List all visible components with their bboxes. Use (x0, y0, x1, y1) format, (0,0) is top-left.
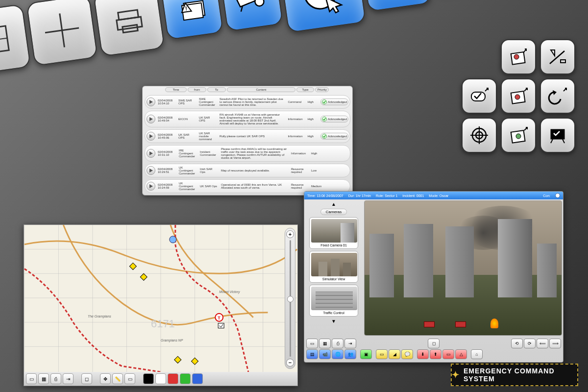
tb-y3-button[interactable]: 💬 (401, 349, 413, 359)
map-surface[interactable]: The Grampians Mount Victory Grampians NP… (24, 225, 297, 372)
undo-up-button[interactable] (540, 78, 575, 114)
send-marker-button[interactable] (501, 39, 536, 74)
grid-button[interactable] (0, 4, 31, 76)
col-from[interactable]: from (188, 87, 206, 92)
color-black[interactable] (143, 373, 154, 384)
tb-r3-button[interactable]: ▭ (442, 349, 454, 359)
map-print-button[interactable]: ⎙ (50, 373, 61, 384)
scene-view[interactable] (364, 200, 562, 336)
tb-redo-button[interactable]: ⟳ (524, 339, 536, 348)
tb-cam-button[interactable]: 📹 (319, 349, 331, 359)
col-time[interactable]: Time (165, 87, 187, 92)
svg-rect-0 (0, 26, 9, 53)
msg-content: Please confirm that AWACs will be coordi… (220, 147, 289, 160)
message-row[interactable]: 02/04/2008 10:31:10IRE Contingent Comman… (145, 145, 350, 162)
target-button[interactable] (462, 118, 497, 153)
tb-r1-button[interactable]: ⬇ (417, 349, 429, 359)
msg-to: Irish SAR Ops (199, 167, 219, 174)
tb-undo-button[interactable]: ⟲ (511, 339, 523, 348)
logo-star-icon: ✦ (452, 369, 460, 380)
logo-text: EMERGENCY COMMAND SYSTEM (464, 367, 577, 383)
col-to[interactable]: To (207, 87, 226, 92)
globe-button[interactable] (279, 0, 366, 33)
zoom-out-button[interactable]: − (286, 359, 294, 367)
tb-globe-button[interactable]: 🌐 (332, 349, 343, 359)
message-row[interactable]: 02/04/2008 10:29:51UK Contingent Command… (145, 164, 350, 177)
play-icon[interactable] (147, 166, 155, 175)
marker-up-button[interactable] (501, 78, 536, 114)
draw-tools-button[interactable] (540, 39, 575, 74)
svg-line-31 (550, 51, 564, 64)
overlay-tool-grid (462, 39, 575, 153)
alert-log-button[interactable]: ! (160, 0, 224, 40)
svg-point-52 (322, 134, 326, 139)
tb-people-button[interactable]: 👥 (344, 349, 356, 359)
tb-play-button[interactable]: ▣ (360, 349, 372, 359)
cam-up-button[interactable]: ▲ (331, 201, 336, 207)
color-blue[interactable] (192, 373, 203, 384)
cam-down-button[interactable]: ▼ (331, 318, 336, 324)
marker-up2-button[interactable] (501, 118, 536, 153)
msg-from: EICON (177, 117, 196, 121)
color-red[interactable] (168, 373, 178, 384)
briefing-board-button[interactable] (540, 118, 575, 153)
msg-to: UK SAR Ops (199, 184, 219, 188)
message-row[interactable]: 02/04/2008 10:49:54EICONUK SAR OPSRN air… (145, 111, 350, 127)
camera-item[interactable]: Simulator View (309, 251, 358, 283)
tb-export-button[interactable]: ⇥ (344, 339, 356, 348)
tb-log-button[interactable]: ▤ (306, 349, 318, 359)
play-icon[interactable] (147, 149, 155, 158)
map-grid-button[interactable]: ▦ (38, 373, 49, 384)
print-button[interactable] (93, 0, 165, 57)
camera-button[interactable] (220, 0, 283, 32)
tb-layers-button[interactable]: ▭ (306, 339, 318, 348)
camera-label: Simulator View (322, 277, 345, 281)
status-dur: Dur: 1hr 17min (348, 194, 371, 197)
svg-point-30 (514, 54, 519, 59)
tb-window-button[interactable]: ◻ (428, 339, 440, 348)
msg-priority: Medium (310, 184, 323, 188)
map-pan-button[interactable]: ✥ (100, 373, 111, 384)
tb-grid-button[interactable]: ▦ (319, 339, 331, 348)
camera-item[interactable]: Fixed Camera 01 (309, 217, 358, 249)
message-row[interactable]: 02/04/2008 10:54:10SWE SAR OPSSWE Contin… (145, 95, 350, 109)
col-content[interactable]: Content (227, 87, 295, 92)
map-export-button[interactable]: ⇥ (63, 373, 74, 384)
color-white[interactable] (155, 373, 166, 384)
tb-fwd-button[interactable]: ⟹ (549, 339, 561, 348)
message-row[interactable]: 02/04/2008 10:45:06UK SAR OPSUK SAR modu… (145, 129, 350, 143)
map-measure-button[interactable]: 📏 (112, 373, 123, 384)
play-icon[interactable] (147, 132, 155, 141)
svg-line-2 (0, 38, 7, 42)
ack-pill[interactable]: Acknowledged (320, 98, 348, 105)
tb-y1-button[interactable]: ▭ (376, 349, 388, 359)
col-priority[interactable]: Priority (315, 87, 329, 92)
ack-pill[interactable]: Acknowledged (320, 133, 348, 140)
tb-back-button[interactable]: ⟸ (537, 339, 548, 348)
people-button[interactable] (361, 0, 432, 12)
tb-home-button[interactable]: ⌂ (471, 349, 483, 359)
msg-content: Swedish ASF Pilot to be returned to Swed… (219, 97, 285, 107)
approve-send-button[interactable] (462, 78, 497, 114)
svg-marker-32 (551, 50, 555, 56)
tb-r4-button[interactable]: △ (455, 349, 467, 359)
tb-r2-button[interactable]: ⬆ (430, 349, 441, 359)
msg-from: UK Contingent Commander (178, 166, 197, 175)
col-type[interactable]: Type (296, 87, 314, 92)
play-icon[interactable] (147, 98, 155, 106)
zoom-in-button[interactable]: + (286, 230, 294, 238)
play-icon[interactable] (147, 115, 155, 123)
map-layers-button[interactable]: ▭ (26, 373, 37, 384)
map-annotate-button[interactable]: ▭ (124, 373, 135, 384)
tb-y2-button[interactable]: ◢ (389, 349, 400, 359)
ack-pill[interactable]: Acknowledged (320, 116, 348, 122)
play-icon[interactable] (147, 182, 155, 191)
camera-item[interactable]: Traffic Control (309, 285, 358, 317)
svg-point-43 (516, 134, 521, 139)
map-select-button[interactable]: ◻ (81, 373, 92, 384)
crosshair-button[interactable] (26, 0, 98, 66)
tb-print-button[interactable]: ⎙ (332, 339, 343, 348)
color-green[interactable] (180, 373, 191, 384)
map-zoom-slider[interactable]: + − (285, 228, 295, 369)
msg-from: UK Contingent Commander (178, 181, 197, 191)
